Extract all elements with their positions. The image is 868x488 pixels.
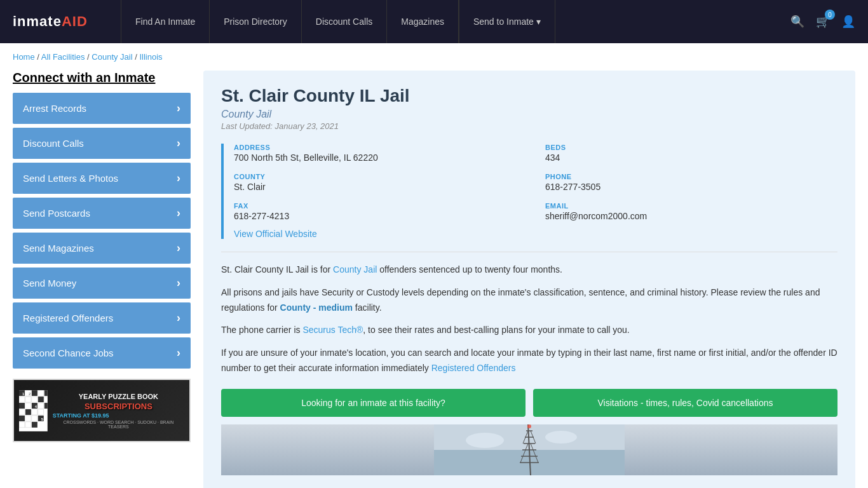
breadcrumb-state[interactable]: Illinois <box>139 52 162 62</box>
chevron-right-icon: › <box>177 311 180 325</box>
cart-icon[interactable]: 🛒 0 <box>816 15 830 29</box>
chevron-right-icon: › <box>177 137 180 150</box>
logo[interactable]: inmateAID <box>13 13 102 30</box>
fax-block: FAX 618-277-4213 <box>234 202 526 221</box>
facility-info-grid: ADDRESS 700 North 5th St, Belleville, IL… <box>234 144 837 221</box>
facility-description: St. Clair County IL Jail is for County J… <box>221 262 837 376</box>
sidebar-item-send-postcards[interactable]: Send Postcards › <box>13 198 191 229</box>
ad-title-line1: YEARLY PUZZLE BOOK <box>53 393 184 400</box>
svg-rect-4 <box>38 390 44 396</box>
sidebar-title: Connect with an Inmate <box>13 71 191 85</box>
svg-rect-7 <box>25 396 31 402</box>
facility-content: St. Clair County IL Jail County Jail Las… <box>203 71 855 488</box>
header: inmateAID Find An Inmate Prison Director… <box>0 0 868 43</box>
sidebar-advertisement[interactable]: 1 2 4 5 YEARLY PUZZLE BOOK SUBSCRIPTIONS… <box>13 379 191 442</box>
facility-title: St. Clair County IL Jail <box>221 86 837 106</box>
sidebar-item-registered-offenders[interactable]: Registered Offenders › <box>13 302 191 334</box>
sidebar-item-second-chance-jobs[interactable]: Second Chance Jobs › <box>13 337 191 369</box>
svg-rect-10 <box>44 396 48 402</box>
breadcrumb-all-facilities[interactable]: All Facilities <box>41 52 85 62</box>
cart-badge: 0 <box>825 10 835 20</box>
county-medium-link[interactable]: County - medium <box>280 302 353 313</box>
action-buttons: Looking for an inmate at this facility? … <box>221 389 837 417</box>
svg-rect-6 <box>19 396 25 402</box>
address-block: ADDRESS 700 North 5th St, Belleville, IL… <box>234 144 526 163</box>
sidebar-item-send-letters[interactable]: Send Letters & Photos › <box>13 163 191 194</box>
county-value: St. Clair <box>234 182 526 192</box>
svg-rect-16 <box>19 409 25 415</box>
beds-label: BEDS <box>545 144 837 151</box>
puzzle-book-icon: 1 2 4 5 <box>19 390 48 431</box>
email-label: EMAIL <box>545 202 837 210</box>
nav-magazines[interactable]: Magazines <box>387 0 459 43</box>
visitations-button[interactable]: Visitations - times, rules, Covid cancel… <box>533 389 837 417</box>
svg-rect-3 <box>32 390 37 396</box>
facility-image <box>221 424 837 475</box>
svg-rect-25 <box>25 421 31 427</box>
svg-rect-17 <box>25 409 31 415</box>
address-label: ADDRESS <box>234 144 526 151</box>
svg-rect-15 <box>44 403 48 409</box>
svg-rect-20 <box>19 415 25 421</box>
county-jail-link[interactable]: County Jail <box>333 264 377 274</box>
svg-rect-9 <box>38 396 44 402</box>
divider <box>221 252 837 252</box>
header-icons: 🔍 🛒 0 👤 <box>790 15 855 29</box>
svg-rect-18 <box>32 409 37 415</box>
securus-link[interactable]: Securus Tech® <box>302 325 363 335</box>
svg-point-33 <box>466 433 504 448</box>
nav-discount-calls[interactable]: Discount Calls <box>302 0 387 43</box>
county-label: COUNTY <box>234 173 526 180</box>
ad-types: CROSSWORDS · WORD SEARCH · SUDOKU · BRAI… <box>53 420 184 429</box>
facility-info-section: ADDRESS 700 North 5th St, Belleville, IL… <box>221 144 837 239</box>
breadcrumb-home[interactable]: Home <box>13 52 35 62</box>
sidebar-item-arrest-records[interactable]: Arrest Records › <box>13 93 191 124</box>
chevron-right-icon: › <box>177 172 180 185</box>
registered-offenders-link[interactable]: Registered Offenders <box>431 363 516 373</box>
sidebar: Connect with an Inmate Arrest Records › … <box>13 71 191 488</box>
breadcrumb-county-jail[interactable]: County Jail <box>92 52 132 62</box>
fax-value: 618-277-4213 <box>234 211 526 221</box>
main-nav: Find An Inmate Prison Directory Discount… <box>121 0 771 43</box>
chevron-right-icon: › <box>177 207 180 220</box>
chevron-right-icon: › <box>177 102 180 115</box>
phone-label: PHONE <box>545 173 837 180</box>
view-website-link[interactable]: View Official Website <box>234 229 317 239</box>
nav-send-to-inmate[interactable]: Send to Inmate ▾ <box>459 0 555 43</box>
nav-find-inmate[interactable]: Find An Inmate <box>121 0 210 43</box>
search-icon[interactable]: 🔍 <box>790 15 804 29</box>
main-content: Connect with an Inmate Arrest Records › … <box>0 71 868 488</box>
sidebar-item-discount-calls[interactable]: Discount Calls › <box>13 128 191 159</box>
address-value: 700 North 5th St, Belleville, IL 62220 <box>234 152 526 163</box>
beds-block: BEDS 434 <box>545 144 837 163</box>
email-block: EMAIL sheriff@norcom2000.com <box>545 202 837 221</box>
ad-starting-price: STARTING AT $19.95 <box>53 412 184 419</box>
svg-rect-14 <box>38 403 44 409</box>
svg-rect-8 <box>32 396 37 402</box>
svg-point-46 <box>527 424 531 428</box>
email-value: sheriff@norcom2000.com <box>545 211 837 221</box>
county-block: COUNTY St. Clair <box>234 173 526 192</box>
facility-photo <box>434 424 625 475</box>
svg-point-34 <box>545 431 577 444</box>
user-icon[interactable]: 👤 <box>841 15 855 29</box>
beds-value: 434 <box>545 152 837 163</box>
sidebar-item-send-magazines[interactable]: Send Magazines › <box>13 233 191 264</box>
svg-rect-26 <box>32 421 37 427</box>
breadcrumb: Home / All Facilities / County Jail / Il… <box>0 43 868 71</box>
svg-rect-19 <box>38 409 44 415</box>
svg-rect-11 <box>19 403 25 409</box>
chevron-right-icon: › <box>177 346 180 360</box>
facility-last-updated: Last Updated: January 23, 2021 <box>221 121 837 131</box>
svg-rect-21 <box>25 415 31 421</box>
svg-rect-22 <box>32 415 37 421</box>
ad-title-line2: SUBSCRIPTIONS <box>53 402 184 411</box>
desc-para-2: All prisons and jails have Security or C… <box>221 285 837 316</box>
sidebar-item-send-money[interactable]: Send Money › <box>13 268 191 299</box>
desc-para-3: The phone carrier is Securus Tech®, to s… <box>221 323 837 338</box>
nav-prison-directory[interactable]: Prison Directory <box>210 0 302 43</box>
phone-block: PHONE 618-277-3505 <box>545 173 837 192</box>
looking-for-inmate-button[interactable]: Looking for an inmate at this facility? <box>221 389 526 417</box>
svg-rect-5 <box>44 390 48 396</box>
desc-para-1: St. Clair County IL Jail is for County J… <box>221 262 837 278</box>
